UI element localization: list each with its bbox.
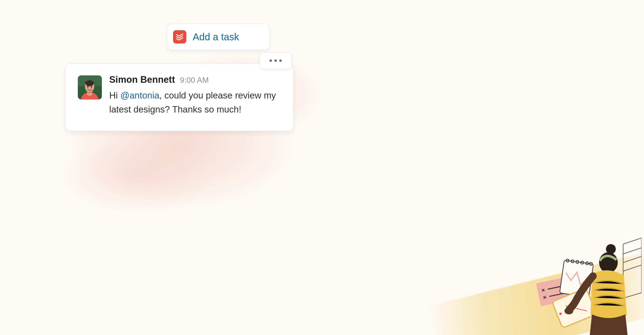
svg-line-6 [548, 286, 564, 289]
svg-point-9 [566, 259, 570, 262]
svg-point-4 [91, 86, 92, 88]
svg-line-7 [549, 293, 566, 296]
svg-rect-8 [560, 260, 594, 297]
add-task-action[interactable]: Add a task [167, 24, 270, 50]
mention[interactable]: @antonia [120, 90, 159, 101]
add-task-label: Add a task [193, 32, 239, 43]
svg-point-18 [606, 244, 616, 254]
svg-point-10 [571, 260, 574, 263]
svg-point-19 [564, 307, 573, 314]
svg-point-13 [585, 261, 589, 265]
svg-point-11 [576, 260, 579, 264]
person-illustration [526, 234, 642, 335]
svg-point-16 [559, 312, 562, 315]
svg-rect-5 [536, 277, 572, 306]
more-actions-button[interactable] [260, 52, 292, 69]
svg-rect-15 [552, 288, 597, 328]
more-icon [279, 60, 282, 62]
avatar[interactable] [78, 75, 102, 100]
message-text-pre: Hi [109, 90, 120, 101]
more-icon [270, 60, 272, 62]
svg-point-17 [599, 252, 618, 273]
chat-message: Simon Bennett 9:00 AM Hi @antonia, could… [65, 63, 294, 131]
todoist-icon [173, 30, 186, 44]
message-text: Hi @antonia, could you please review my … [109, 88, 281, 117]
svg-point-12 [581, 261, 584, 264]
more-icon [274, 60, 277, 62]
message-time: 9:00 AM [180, 76, 208, 85]
svg-point-14 [589, 262, 593, 266]
paint-streak [428, 253, 644, 335]
message-sender[interactable]: Simon Bennett [109, 74, 175, 85]
svg-point-3 [87, 86, 88, 87]
